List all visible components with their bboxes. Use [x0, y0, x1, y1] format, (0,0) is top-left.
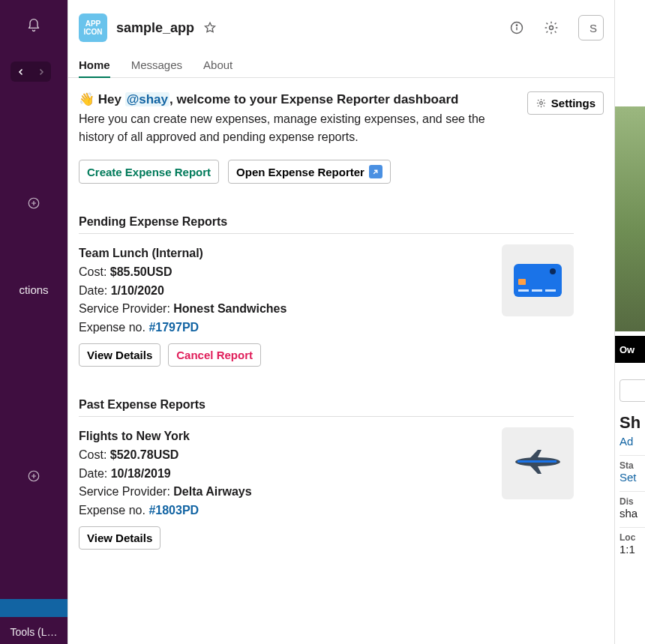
- open-reporter-button[interactable]: Open Expense Reporter: [228, 160, 391, 184]
- localtime-key: Loc: [620, 532, 645, 543]
- history-nav: [10, 61, 51, 82]
- display-value: sha: [620, 507, 645, 520]
- settings-button[interactable]: Settings: [527, 91, 604, 115]
- connections-label: ctions: [0, 283, 68, 296]
- report-date: 10/18/2019: [111, 467, 171, 480]
- svg-rect-8: [518, 279, 526, 285]
- app-name: sample_app: [116, 20, 194, 36]
- search-placeholder: S: [590, 22, 597, 34]
- nav-forward-button[interactable]: [31, 61, 51, 82]
- tab-about[interactable]: About: [203, 52, 232, 77]
- localtime-value: 1:1: [620, 543, 645, 556]
- report-expense-link[interactable]: #1797PD: [148, 321, 199, 334]
- status-value[interactable]: Set: [620, 471, 645, 484]
- welcome-body: Here you can create new expenses, manage…: [79, 110, 499, 146]
- svg-point-6: [539, 102, 542, 105]
- profile-action-button[interactable]: [620, 379, 645, 402]
- status-key: Sta: [620, 460, 645, 471]
- star-icon[interactable]: [203, 21, 217, 34]
- svg-point-4: [550, 26, 554, 30]
- workspace-rail: ctions Tools (L…: [0, 0, 68, 644]
- active-workspace-highlight: [0, 599, 68, 617]
- svg-point-9: [550, 268, 556, 274]
- report-title: Flights to New York: [79, 427, 487, 446]
- svg-rect-11: [532, 289, 542, 292]
- past-section-title: Past Expense Reports: [79, 398, 574, 417]
- svg-rect-14: [518, 460, 556, 463]
- cancel-report-button[interactable]: Cancel Report: [168, 343, 261, 367]
- view-details-button[interactable]: View Details: [79, 343, 160, 367]
- nav-back-button[interactable]: [10, 61, 31, 82]
- tab-messages[interactable]: Messages: [131, 52, 182, 77]
- welcome-heading: 👋 Hey @shay, welcome to your Expense Rep…: [79, 91, 512, 107]
- pending-section-title: Pending Expense Reports: [79, 215, 574, 234]
- airplane-icon: [502, 427, 574, 499]
- past-report: Flights to New York Cost: $520.78USD Dat…: [79, 427, 574, 550]
- tools-label[interactable]: Tools (L…: [0, 626, 68, 638]
- main-column: APP ICON sample_app S Home Messages Abou…: [68, 0, 615, 644]
- profile-photo: [615, 106, 645, 331]
- external-link-icon: [369, 165, 382, 178]
- report-title: Team Lunch (Internal): [79, 244, 487, 263]
- report-cost: $520.78USD: [110, 448, 179, 461]
- credit-card-icon: [502, 244, 574, 316]
- add-link[interactable]: Ad: [620, 435, 645, 448]
- svg-rect-12: [545, 289, 556, 292]
- pending-report: Team Lunch (Internal) Cost: $85.50USD Da…: [79, 244, 574, 367]
- info-icon[interactable]: [509, 20, 524, 35]
- search-input[interactable]: S: [578, 15, 604, 40]
- view-details-button[interactable]: View Details: [79, 526, 160, 550]
- report-expense-link[interactable]: #1803PD: [148, 504, 199, 517]
- app-icon: APP ICON: [79, 13, 107, 42]
- gear-icon: [536, 97, 547, 109]
- tab-home[interactable]: Home: [79, 52, 110, 77]
- report-date: 1/10/2020: [111, 284, 164, 297]
- gear-icon[interactable]: [544, 20, 559, 35]
- app-home-content: 👋 Hey @shay, welcome to your Expense Rep…: [68, 78, 614, 644]
- report-cost: $85.50USD: [110, 265, 172, 278]
- add-channel-icon[interactable]: [27, 196, 40, 210]
- owner-badge: Ow: [615, 336, 645, 363]
- display-key: Dis: [620, 496, 645, 507]
- add-app-icon[interactable]: [27, 469, 40, 483]
- create-expense-button[interactable]: Create Expense Report: [79, 160, 219, 184]
- svg-point-3: [516, 25, 517, 25]
- report-provider: Delta Airways: [173, 485, 251, 498]
- channel-header: APP ICON sample_app S: [68, 0, 614, 52]
- svg-rect-10: [518, 289, 529, 292]
- profile-name: Sh: [620, 414, 645, 432]
- profile-panel: Ow Sh Ad Sta Set Dis sha Loc 1:1: [615, 0, 645, 644]
- tab-bar: Home Messages About: [68, 52, 614, 78]
- report-provider: Honest Sandwiches: [173, 302, 286, 315]
- bell-icon[interactable]: [26, 18, 41, 33]
- wave-emoji: 👋: [79, 92, 94, 106]
- user-mention[interactable]: @shay: [125, 92, 170, 106]
